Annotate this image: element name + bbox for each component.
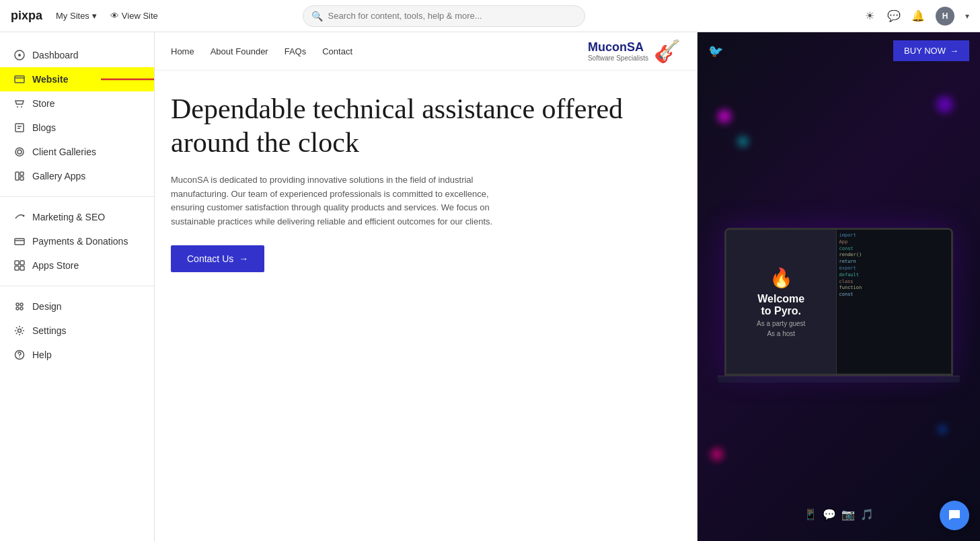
sidebar-item-marketing-seo[interactable]: Marketing & SEO <box>0 205 154 229</box>
site-logo-text: MuconSA <box>588 40 648 54</box>
preview-container: Home About Founder FAQs Contact MuconSA … <box>155 32 980 541</box>
website-icon <box>13 73 26 85</box>
laptop-screen-inner: 🔥 Welcometo Pyro. As a party guest As a … <box>726 230 951 374</box>
svg-point-29 <box>18 329 22 333</box>
sidebar-divider-2 <box>0 286 154 286</box>
apps-store-icon <box>13 259 26 272</box>
svg-point-9 <box>21 106 22 108</box>
chevron-down-icon: ▾ <box>92 11 97 21</box>
arrow-icon: → <box>950 46 958 56</box>
svg-rect-10 <box>15 124 24 132</box>
svg-point-8 <box>17 106 18 108</box>
arrow-icon: → <box>239 253 248 264</box>
sidebar-item-design[interactable]: Design <box>0 294 154 319</box>
phone-icon-1: 📱 <box>804 508 817 521</box>
sidebar-item-website[interactable]: Website <box>0 67 154 91</box>
hero-title: Dependable technical assistance offered … <box>171 92 681 160</box>
svg-rect-15 <box>15 172 19 180</box>
brightness-icon[interactable]: ☀ <box>863 9 876 23</box>
svg-point-13 <box>17 150 22 154</box>
search-input[interactable] <box>328 11 576 21</box>
led-blue <box>938 425 946 433</box>
eye-icon: 👁 <box>110 11 119 21</box>
site-nav-links: Home About Founder FAQs Contact <box>171 46 352 56</box>
sidebar-item-payments[interactable]: Payments & Donations <box>0 229 154 253</box>
sidebar: Dashboard Website Select Website <box>0 32 155 541</box>
sidebar-item-help[interactable]: Help <box>0 343 154 367</box>
nav-link-contact[interactable]: Contact <box>322 46 352 56</box>
svg-rect-2 <box>15 76 24 83</box>
svg-point-26 <box>20 303 23 306</box>
svg-rect-24 <box>20 266 24 270</box>
search-icon: 🔍 <box>311 11 323 22</box>
sidebar-item-settings[interactable]: Settings <box>0 319 154 343</box>
site-logo: MuconSA Software Specialists 🎸 <box>588 40 681 62</box>
site-logo-subtitle: Software Specialists <box>588 54 648 62</box>
site-logo-image: 🎸 <box>654 40 681 62</box>
nav-link-faqs[interactable]: FAQs <box>285 46 307 56</box>
view-site-link[interactable]: 👁 View Site <box>110 11 158 21</box>
nav-link-home[interactable]: Home <box>171 46 194 56</box>
led-purple <box>936 96 953 113</box>
sidebar-item-dashboard[interactable]: Dashboard <box>0 43 154 67</box>
chat-icon[interactable]: 💬 <box>887 9 901 23</box>
svg-rect-17 <box>20 177 24 180</box>
gallery-apps-icon <box>13 170 26 182</box>
pyro-flame-icon: 🔥 <box>757 267 805 289</box>
design-icon <box>13 300 26 313</box>
svg-point-25 <box>16 303 19 306</box>
payments-icon <box>13 235 26 247</box>
pyro-sub2: As a host <box>757 330 805 337</box>
led-magenta <box>718 110 731 123</box>
help-icon <box>13 349 26 361</box>
site-hero: Dependable technical assistance offered … <box>155 71 697 288</box>
svg-rect-22 <box>20 261 24 265</box>
main-layout: Dashboard Website Select Website <box>0 32 980 541</box>
svg-rect-21 <box>15 261 19 265</box>
search-bar[interactable]: 🔍 <box>303 5 585 27</box>
twitter-icon[interactable]: 🐦 <box>708 44 723 58</box>
phone-icon-4: 🎵 <box>860 508 874 521</box>
logo: pixpa <box>11 9 42 23</box>
store-icon <box>13 97 26 110</box>
phone-icon-3: 📷 <box>841 508 855 521</box>
buy-now-button[interactable]: BUY NOW → <box>893 40 969 61</box>
svg-point-27 <box>16 307 19 310</box>
svg-point-1 <box>18 54 21 56</box>
led-cyan <box>738 136 748 147</box>
dashboard-icon <box>13 49 26 61</box>
avatar[interactable]: H <box>936 7 954 26</box>
content-area: Home About Founder FAQs Contact MuconSA … <box>155 32 980 541</box>
svg-point-31 <box>19 357 20 358</box>
pyro-title: Welcometo Pyro. <box>757 293 805 317</box>
chevron-down-icon[interactable]: ▾ <box>965 11 969 21</box>
dark-panel: 🐦 BUY NOW → <box>698 32 980 541</box>
sidebar-divider-1 <box>0 196 154 197</box>
marketing-icon <box>13 211 26 223</box>
hero-description: MuconSA is dedicated to providing innova… <box>171 173 494 229</box>
svg-rect-23 <box>15 266 19 270</box>
pyro-logo: 🔥 Welcometo Pyro. As a party guest As a … <box>757 267 805 337</box>
laptop-screen: 🔥 Welcometo Pyro. As a party guest As a … <box>724 228 953 376</box>
sidebar-item-apps-store[interactable]: Apps Store <box>0 253 154 278</box>
pyro-sub1: As a party guest <box>757 320 805 327</box>
laptop-visual: 🔥 Welcometo Pyro. As a party guest As a … <box>698 69 980 541</box>
nav-link-about[interactable]: About Founder <box>211 46 268 56</box>
blogs-icon <box>13 122 26 134</box>
sidebar-item-blogs[interactable]: Blogs <box>0 116 154 140</box>
led-pink <box>711 448 723 460</box>
settings-icon <box>13 325 26 337</box>
svg-rect-16 <box>20 172 24 175</box>
sidebar-item-client-galleries[interactable]: Client Galleries <box>0 140 154 164</box>
sidebar-item-gallery-apps[interactable]: Gallery Apps <box>0 164 154 188</box>
bell-icon[interactable]: 🔔 <box>911 9 925 23</box>
phone-icon-2: 💬 <box>823 508 836 521</box>
chat-bubble-button[interactable] <box>940 501 969 530</box>
website-preview: Home About Founder FAQs Contact MuconSA … <box>155 32 698 541</box>
svg-point-14 <box>15 148 24 156</box>
cta-button[interactable]: Contact Us → <box>171 245 264 272</box>
sidebar-item-store[interactable]: Store <box>0 91 154 116</box>
svg-rect-19 <box>15 239 24 245</box>
my-sites-menu[interactable]: My Sites ▾ <box>56 11 97 21</box>
site-nav: Home About Founder FAQs Contact MuconSA … <box>155 32 697 71</box>
